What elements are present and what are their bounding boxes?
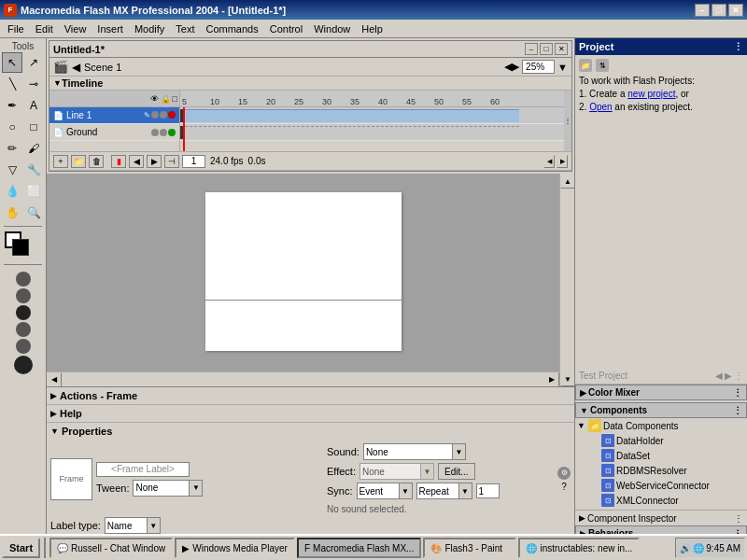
scene-nav-back[interactable]: ◀ (72, 61, 80, 74)
test-project-btn1[interactable]: ◀ (715, 371, 723, 381)
scroll-down-btn[interactable]: ▼ (560, 371, 574, 386)
start-button[interactable]: Start (2, 538, 40, 558)
tree-item-webservice[interactable]: ⊡ WebServiceConnector (575, 478, 747, 493)
tree-item-dataholder[interactable]: ⊡ DataHolder (575, 433, 747, 448)
actions-panel-header[interactable]: ▶ Actions - Frame (47, 387, 574, 404)
taskbar-item-paint[interactable]: 🎨 Flash3 - Paint (423, 538, 516, 558)
menu-text[interactable]: Text (170, 21, 200, 36)
layer-dot-1[interactable] (151, 111, 159, 119)
taskbar-item-mediaplayer[interactable]: ▶ Windows Media Player (175, 538, 295, 558)
test-project-options[interactable]: ⋮ (734, 371, 743, 381)
scroll-left-btn[interactable]: ◀ (47, 372, 62, 387)
sync-dropdown[interactable]: Event ▼ (357, 483, 413, 499)
component-inspector-header[interactable]: ▶ Component Inspector ⋮ (575, 510, 747, 525)
tool-subselect[interactable]: ↗ (23, 52, 44, 73)
tween-arrow-icon[interactable]: ▼ (189, 481, 202, 496)
tool-arrow[interactable]: ↖ (2, 52, 22, 73)
test-project-btn2[interactable]: ▶ (725, 371, 732, 381)
menu-file[interactable]: File (2, 21, 30, 36)
tool-pen[interactable]: ✒ (2, 95, 22, 116)
taskbar-item-instructables[interactable]: 🌐 instructables: new in... (518, 538, 640, 558)
properties-panel-header[interactable]: ▼ Properties (47, 423, 574, 440)
properties-gear-icon[interactable]: ⚙ (557, 467, 571, 480)
dot-option-4[interactable] (16, 322, 31, 337)
color-swatches[interactable] (5, 231, 42, 259)
repeat-arrow-icon[interactable]: ▼ (458, 483, 472, 498)
sync-arrow-icon[interactable]: ▼ (399, 483, 412, 498)
layer-dot-red[interactable] (168, 111, 176, 119)
frame-label-input[interactable]: <Frame Label> (96, 462, 190, 477)
new-project-link[interactable]: new project (627, 89, 675, 99)
timeline-scroll-left[interactable]: ◀ (543, 155, 555, 168)
timeline-scroll-right[interactable]: ▶ (557, 155, 568, 168)
tree-item-data-components[interactable]: ▼ 📁 Data Components (575, 418, 747, 433)
tree-item-dataset[interactable]: ⊡ DataSet (575, 448, 747, 463)
tool-lasso[interactable]: ⊸ (23, 74, 44, 94)
menu-help[interactable]: Help (356, 21, 388, 36)
frames-line1[interactable] (185, 109, 519, 122)
end-btn[interactable]: ⊣ (164, 155, 179, 168)
effect-dropdown[interactable]: None ▼ (359, 463, 434, 480)
add-folder-btn[interactable]: 📁 (71, 155, 86, 168)
frame-fwd-btn[interactable]: ▶ (147, 155, 162, 168)
zoom-dropdown-arrow[interactable]: ▼ (557, 62, 568, 73)
properties-help-icon[interactable]: ? (561, 482, 567, 492)
tool-pencil[interactable]: ✏ (2, 138, 22, 159)
tool-fill[interactable]: ▽ (2, 160, 22, 180)
canvas-area[interactable] (47, 174, 559, 371)
effect-arrow-icon[interactable]: ▼ (420, 464, 433, 479)
tool-eraser[interactable]: ⬜ (23, 181, 44, 202)
tree-item-xmlconnector[interactable]: ⊡ XMLConnector (575, 493, 747, 508)
menu-commands[interactable]: Commands (200, 21, 263, 36)
comp-inspector-options-icon[interactable]: ⋮ (734, 513, 743, 524)
horizontal-scrollbar[interactable]: ◀ ▶ (47, 371, 559, 386)
tool-line[interactable]: ╲ (2, 74, 22, 94)
menu-window[interactable]: Window (308, 21, 356, 36)
frame-number-input[interactable]: 1 (182, 155, 205, 168)
dot-option-5[interactable] (16, 339, 31, 354)
label-type-dropdown[interactable]: Name ▼ (105, 517, 161, 534)
layer-row-ground[interactable]: 📄 Ground (49, 124, 179, 141)
stage[interactable] (205, 192, 402, 351)
maximize-button[interactable]: □ (712, 4, 726, 17)
tool-hand[interactable]: ✋ (2, 203, 22, 223)
dot-option-3[interactable] (16, 305, 31, 320)
layer-row-line1[interactable]: 📄 Line 1 ✎ (49, 107, 179, 124)
tool-brush[interactable]: 🖌 (23, 138, 44, 159)
layer-ground-dot-2[interactable] (160, 129, 167, 136)
dot-option-2[interactable] (16, 288, 31, 303)
frames-ground[interactable] (185, 126, 519, 139)
menu-view[interactable]: View (59, 21, 92, 36)
tool-text[interactable]: A (23, 95, 44, 116)
open-project-link[interactable]: Open (589, 102, 612, 112)
help-panel-header[interactable]: ▶ Help (47, 405, 574, 422)
play-btn[interactable]: ▮ (111, 155, 126, 168)
add-layer-btn[interactable]: + (53, 155, 68, 168)
vertical-scrollbar[interactable]: ▲ ▼ (559, 174, 574, 386)
tween-dropdown[interactable]: None ▼ (133, 480, 203, 497)
timeline-toggle[interactable]: ▼ (53, 78, 62, 88)
tool-zoom[interactable]: 🔍 (23, 203, 44, 223)
components-header[interactable]: ▼ Components ⋮ (575, 402, 747, 418)
scroll-up-btn[interactable]: ▲ (560, 174, 574, 189)
minimize-button[interactable]: – (695, 4, 710, 17)
fill-color[interactable] (12, 239, 29, 256)
dot-option-1[interactable] (16, 272, 31, 287)
frame-back-btn[interactable]: ◀ (129, 155, 144, 168)
menu-control[interactable]: Control (264, 21, 308, 36)
tool-oval[interactable]: ○ (2, 117, 22, 137)
doc-restore[interactable]: □ (540, 43, 553, 55)
menu-edit[interactable]: Edit (30, 21, 59, 36)
components-options-icon[interactable]: ⋮ (733, 405, 742, 415)
color-mixer-header[interactable]: ▶ Color Mixer ⋮ (575, 385, 747, 400)
scroll-right-btn[interactable]: ▶ (544, 372, 559, 387)
tool-rect[interactable]: □ (23, 117, 44, 137)
edit-button[interactable]: Edit... (438, 463, 475, 480)
tree-item-rdbms[interactable]: ⊡ RDBMSResolver (575, 463, 747, 478)
delete-layer-btn[interactable]: 🗑 (89, 155, 104, 168)
taskbar-item-russell[interactable]: 💬 Russell - Chat Window (49, 538, 173, 558)
sound-dropdown[interactable]: None ▼ (363, 443, 466, 460)
resize-grip[interactable]: ⋮ (564, 91, 571, 151)
doc-minimize[interactable]: – (525, 43, 538, 55)
project-options-icon[interactable]: ⋮ (733, 41, 743, 53)
